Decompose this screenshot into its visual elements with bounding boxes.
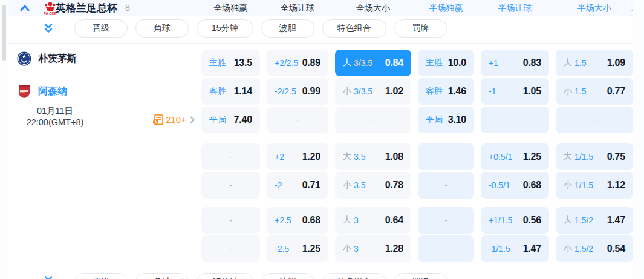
league-header-bar: FA CUP 英格兰足总杯 8 全场独赢全场让球全场大小半场独赢半场让球半场大小 bbox=[8, 0, 644, 16]
odds-selection-label: +2 bbox=[275, 152, 284, 162]
market-header[interactable]: 全场独赢 bbox=[201, 3, 260, 14]
odds-selection-label: 大3 bbox=[343, 215, 359, 226]
odds-cell[interactable]: +10.83 bbox=[481, 50, 549, 76]
odds-row: --2.51.25小31.28--1/1.51.47小1.5/20.54 bbox=[201, 235, 633, 262]
collapse-chevron-up-icon[interactable] bbox=[18, 2, 31, 15]
selection-label: -2/2.5 bbox=[275, 87, 296, 96]
market-header[interactable]: 全场大小 bbox=[335, 3, 411, 14]
odds-selection-label: +1/1.5 bbox=[489, 215, 512, 225]
odds-cell[interactable]: +1/1.50.56 bbox=[481, 207, 549, 234]
over-under-label: 大 bbox=[343, 215, 351, 226]
odds-cell[interactable]: -11.05 bbox=[481, 78, 549, 105]
handicap-line: 3/3.5 bbox=[354, 87, 372, 96]
filter-pill[interactable]: 角球 bbox=[135, 273, 189, 279]
odds-cell[interactable]: 主胜13.5 bbox=[201, 50, 260, 76]
odds-cell[interactable]: 大30.64 bbox=[335, 207, 411, 234]
empty-odds-dash: - bbox=[444, 244, 447, 254]
content-area: FA CUP 英格兰足总杯 8 全场独赢全场让球全场大小半场独赢半场让球半场大小… bbox=[8, 0, 644, 279]
odds-selection-label: 主胜 bbox=[426, 57, 443, 68]
odds-cell[interactable]: +2/2.50.89 bbox=[267, 50, 328, 76]
selection-label: 主胜 bbox=[426, 57, 443, 68]
odds-cell[interactable]: 小3/3.51.02 bbox=[335, 78, 411, 105]
odds-cell[interactable]: 平局3.10 bbox=[418, 107, 474, 133]
filter-pill[interactable]: 15分钟 bbox=[197, 19, 253, 38]
market-header[interactable]: 全场让球 bbox=[267, 3, 328, 14]
filter-pill[interactable]: 特色组合 bbox=[322, 19, 386, 38]
odds-value: 3.10 bbox=[448, 114, 466, 125]
filter-pill[interactable]: 罚牌 bbox=[394, 273, 447, 279]
odds-value: 1.47 bbox=[607, 215, 625, 226]
odds-cell[interactable]: -2.51.25 bbox=[267, 235, 328, 262]
home-team-row[interactable]: 朴茨茅斯 bbox=[17, 51, 77, 66]
odds-row: 客胜1.14-2/2.50.99小3/3.51.02客胜1.46-11.05小1… bbox=[201, 78, 633, 105]
left-scrollbar-thumb[interactable] bbox=[2, 5, 6, 61]
expand-double-chevron-down-icon[interactable] bbox=[42, 275, 54, 279]
filter-pill[interactable]: 15分钟 bbox=[197, 273, 253, 279]
odds-value: 0.83 bbox=[523, 57, 541, 68]
market-header[interactable]: 半场大小 bbox=[556, 3, 633, 14]
odds-cell[interactable]: +0.5/11.25 bbox=[481, 143, 549, 170]
empty-odds-dash: - bbox=[444, 215, 447, 225]
odds-cell[interactable]: 大3.51.08 bbox=[335, 143, 411, 170]
odds-cell[interactable]: 大1/1.50.75 bbox=[556, 143, 633, 170]
odds-cell[interactable]: 小1.5/20.54 bbox=[556, 235, 633, 262]
selection-label: +2/2.5 bbox=[275, 58, 298, 68]
filter-pill[interactable]: 晋级 bbox=[74, 273, 128, 279]
odds-cell: - bbox=[418, 143, 474, 170]
odds-cell[interactable]: 平局7.40 bbox=[201, 107, 260, 133]
league-match-count: 8 bbox=[125, 3, 130, 13]
odds-value: 10.0 bbox=[448, 57, 466, 68]
away-team-row[interactable]: 阿森纳 bbox=[17, 84, 67, 99]
odds-selection-label: 大3/3.5 bbox=[343, 57, 372, 68]
filter-pill[interactable]: 波胆 bbox=[261, 273, 314, 279]
odds-selection-label: +0.5/1 bbox=[489, 152, 512, 162]
handicap-line: 1.5/2 bbox=[574, 244, 593, 254]
filter-pill[interactable]: 特色组合 bbox=[322, 273, 386, 279]
empty-odds-dash: - bbox=[229, 180, 232, 190]
market-header[interactable]: 半场独赢 bbox=[418, 3, 474, 14]
filter-pill[interactable]: 罚牌 bbox=[394, 19, 447, 38]
home-team-name: 朴茨茅斯 bbox=[38, 53, 77, 65]
odds-cell[interactable]: +2.50.68 bbox=[267, 207, 328, 234]
odds-cell[interactable]: -2/2.50.99 bbox=[267, 78, 328, 105]
odds-cell[interactable]: 小1/1.51.12 bbox=[556, 172, 633, 199]
match-datetime: 01月11日 22:00(GMT+8) bbox=[10, 105, 100, 128]
filter-pill[interactable]: 晋级 bbox=[74, 19, 128, 38]
arsenal-badge-icon bbox=[17, 84, 31, 99]
filter-pill[interactable]: 波胆 bbox=[261, 19, 314, 38]
odds-cell[interactable]: 小31.28 bbox=[335, 235, 411, 262]
odds-value: 1.25 bbox=[523, 151, 541, 162]
selection-label: 平局 bbox=[209, 114, 226, 125]
over-under-label: 大 bbox=[343, 151, 351, 162]
handicap-line: 1/1.5 bbox=[574, 180, 593, 190]
odds-cell[interactable]: -20.71 bbox=[267, 172, 328, 199]
odds-value: 0.64 bbox=[385, 215, 403, 226]
odds-cell[interactable]: 大3/3.50.84 bbox=[335, 50, 411, 76]
right-edge-strip bbox=[633, 0, 644, 279]
odds-cell[interactable]: 小3.50.78 bbox=[335, 172, 411, 199]
odds-cell[interactable]: -1/1.51.47 bbox=[481, 235, 549, 262]
left-scrollbar-track[interactable] bbox=[0, 0, 8, 279]
handicap-line: 3.5 bbox=[354, 180, 365, 190]
odds-cell[interactable]: -0.5/10.68 bbox=[481, 172, 549, 199]
selection-label: +1/1.5 bbox=[489, 215, 512, 225]
odds-cell[interactable]: 客胜1.46 bbox=[418, 78, 474, 105]
filter-pill[interactable]: 角球 bbox=[135, 19, 189, 38]
odds-selection-label: 小3 bbox=[343, 243, 359, 254]
odds-cell: - bbox=[201, 143, 260, 170]
odds-value: 1.12 bbox=[607, 180, 625, 191]
more-markets-link[interactable]: 210+ bbox=[152, 114, 197, 125]
market-header[interactable]: 半场让球 bbox=[481, 3, 549, 14]
odds-cell[interactable]: +21.20 bbox=[267, 143, 328, 170]
expand-double-chevron-down-icon[interactable] bbox=[42, 22, 54, 34]
handicap-line: 3/3.5 bbox=[354, 58, 372, 68]
odds-selection-label: -2 bbox=[275, 180, 282, 190]
odds-cell[interactable]: 大1.51.09 bbox=[556, 50, 633, 76]
odds-cell[interactable]: 客胜1.14 bbox=[201, 78, 260, 105]
odds-selection-label: 客胜 bbox=[209, 86, 226, 97]
odds-cell[interactable]: 小1.50.77 bbox=[556, 78, 633, 105]
odds-cell[interactable]: 主胜10.0 bbox=[418, 50, 474, 76]
odds-cell[interactable]: 大1.5/21.47 bbox=[556, 207, 633, 234]
empty-odds-dash: - bbox=[296, 115, 299, 125]
odds-selection-label: 大3.5 bbox=[343, 151, 365, 162]
